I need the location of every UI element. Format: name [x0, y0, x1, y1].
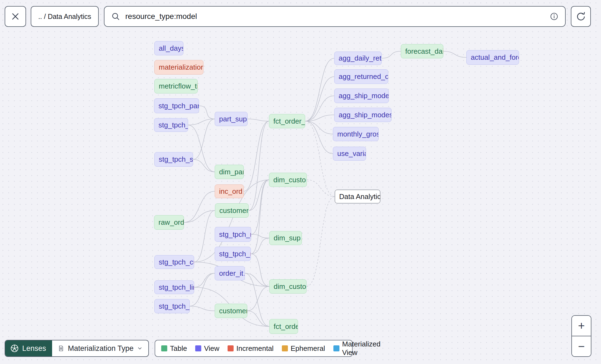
graph-node-monthly_gross[interactable]: monthly_gross…	[333, 127, 379, 141]
graph-node-dim_sup[interactable]: dim_sup…	[269, 231, 302, 245]
graph-edge-stg_tpch_n-to-dim_sup	[251, 238, 269, 254]
graph-node-fct_order_i[interactable]: fct_order_i…	[269, 114, 305, 128]
legend-item-view: View	[195, 344, 219, 353]
zoom-controls: + −	[571, 315, 591, 357]
graph-node-agg_returned_orde[interactable]: agg_returned_orde…	[334, 69, 388, 84]
graph-edge-stg_tpch_a-to-part_sup	[188, 119, 215, 125]
graph-node-stg_tpch_lin[interactable]: stg_tpch_lin…	[154, 280, 194, 294]
graph-node-dim_custo_low[interactable]: dim_custo…	[269, 279, 307, 294]
graph-edge-stg_tpch_r-to-dim_custo_up	[251, 180, 269, 234]
graph-edge-stg_tpch_lin-to-order_it	[194, 273, 215, 287]
graph-node-stg_tpch_part[interactable]: stg_tpch_part_…	[154, 98, 199, 113]
graph-edge-fct_order_i-to-agg_returned_orde	[305, 77, 334, 121]
graph-node-part_sup[interactable]: part_sup…	[215, 112, 248, 126]
graph-node-agg_ship_modes_ha[interactable]: agg_ship_modes_ha…	[334, 108, 392, 122]
graph-node-metricflow_ti[interactable]: metricflow_ti…	[154, 79, 198, 93]
legend-item-ephemeral: Ephemeral	[282, 344, 325, 353]
graph-edge-fct_order_i-to-use_varia	[305, 121, 333, 154]
graph-edge-stg_tpch_part-to-part_sup	[199, 106, 215, 119]
graph-edge-order_it-to-dim_custo_low	[245, 273, 269, 286]
legend-item-incremental: Incremental	[228, 344, 274, 353]
graph-node-order_it[interactable]: order_it…	[215, 266, 245, 280]
lenses-button-label: Lenses	[22, 344, 46, 353]
graph-node-materialization_i[interactable]: materialization_i…	[154, 60, 203, 75]
graph-node-raw_ord[interactable]: raw_ord…	[154, 215, 184, 230]
graph-node-agg_ship_modes_d[interactable]: agg_ship_modes_d…	[334, 89, 389, 103]
legend-label: Materialized View	[342, 340, 381, 357]
graph-node-stg_tpch_b[interactable]: stg_tpch_…	[154, 299, 190, 313]
close-button[interactable]	[5, 6, 26, 27]
graph-node-stg_tpch_cu[interactable]: stg_tpch_cu…	[154, 255, 194, 269]
graph-edge-customer_a-to-dim_custo_up	[249, 180, 269, 211]
graph-edge-stg_tpch_b-to-customer_b	[190, 306, 215, 311]
graph-node-customer_a[interactable]: customer…	[215, 203, 249, 218]
chevron-down-icon	[138, 346, 142, 351]
graph-edge-customer_a-to-fct_order_i	[249, 121, 269, 211]
graph-edge-raw_ord-to-customer_a	[184, 211, 215, 223]
legend-item-table: Table	[161, 344, 187, 353]
legend-label: View	[204, 344, 219, 353]
graph-edge-customer_b-to-dim_custo_low	[247, 286, 269, 311]
graph-edge-order_it-to-fct_orders	[245, 273, 269, 326]
lens-selected-label: Materialization Type	[68, 344, 134, 353]
legend-swatch	[161, 345, 167, 351]
legend-item-materialized-view: Materialized View	[333, 340, 381, 357]
graph-node-use_varia[interactable]: use_varia…	[333, 147, 366, 161]
zoom-in-button[interactable]: +	[572, 316, 591, 336]
top-toolbar: .. / Data Analytics resource_type:model	[0, 0, 601, 33]
graph-edge-fct_order_i-to-data_analytics	[305, 121, 335, 197]
graph-edge-raw_ord-to-inc_ord	[184, 191, 215, 223]
graph-edge-stg_tpch_su-to-part_sup	[193, 119, 215, 160]
graph-node-dim_custo_up[interactable]: dim_custo…	[269, 173, 307, 187]
graph-node-dim_parts[interactable]: dim_parts	[215, 165, 244, 179]
graph-edge-dim_custo_up-to-data_analytics	[307, 180, 335, 197]
graph-node-stg_tpch_n[interactable]: stg_tpch_n…	[215, 247, 251, 261]
graph-node-fct_orders[interactable]: fct_orders	[269, 319, 298, 334]
search-icon	[111, 12, 120, 21]
graph-edge-dim_custo_low-to-data_analytics	[307, 197, 335, 286]
legend: TableViewIncrementalEphemeralMaterialize…	[155, 340, 353, 357]
legend-swatch	[195, 345, 201, 351]
graph-edge-agg_daily_retur-to-forecast_daily	[382, 51, 401, 58]
graph-node-stg_tpch_a[interactable]: stg_tpch_…	[154, 118, 188, 132]
graph-edge-stg_tpch_su-to-dim_parts	[193, 160, 215, 172]
graph-edge-fct_order_i-to-agg_daily_retur	[305, 58, 334, 121]
graph-edge-forecast_daily-to-actual_and_foreca	[443, 51, 466, 58]
aperture-icon	[10, 344, 19, 353]
legend-swatch	[333, 345, 339, 351]
lenses-button[interactable]: Lenses	[5, 340, 52, 356]
refresh-icon	[576, 12, 586, 21]
graph-edge-stg_tpch_r-to-dim_sup	[251, 234, 269, 238]
graph-node-stg_tpch_su[interactable]: stg_tpch_su…	[154, 152, 193, 167]
graph-edge-stg_tpch_n-to-dim_custo_low	[251, 254, 269, 286]
search-input[interactable]: resource_type:model	[125, 12, 545, 21]
info-icon[interactable]	[550, 12, 559, 21]
graph-node-inc_ord[interactable]: inc_ord…	[215, 184, 244, 198]
document-icon	[59, 344, 63, 353]
graph-node-customer_b[interactable]: customer…	[215, 304, 247, 318]
legend-swatch	[282, 345, 288, 351]
graph-node-all_days[interactable]: all_days	[154, 41, 183, 55]
graph-edge-customer_b-to-fct_orders	[247, 311, 269, 326]
refresh-button[interactable]	[571, 6, 591, 27]
lenses-control: Lenses Materialization Type	[5, 340, 149, 357]
close-icon	[11, 12, 20, 21]
legend-swatch	[228, 345, 234, 351]
legend-label: Incremental	[236, 344, 274, 353]
breadcrumb[interactable]: .. / Data Analytics	[31, 6, 99, 27]
breadcrumb-label: .. / Data Analytics	[38, 13, 91, 21]
graph-node-stg_tpch_r[interactable]: stg_tpch_r…	[215, 227, 251, 242]
graph-node-data_analytics[interactable]: Data Analytics | …	[335, 190, 380, 203]
lens-selector[interactable]: Materialization Type	[52, 340, 148, 356]
graph-edge-part_sup-to-fct_order_i	[248, 119, 269, 121]
graph-node-forecast_daily[interactable]: forecast_daily…	[401, 44, 443, 58]
graph-node-actual_and_foreca[interactable]: actual_and_foreca…	[466, 50, 519, 65]
legend-label: Table	[170, 344, 187, 353]
graph-node-agg_daily_retur[interactable]: agg_daily_retur…	[334, 52, 382, 65]
legend-label: Ephemeral	[291, 344, 325, 353]
search-bar[interactable]: resource_type:model	[104, 6, 566, 27]
zoom-out-button[interactable]: −	[572, 336, 591, 356]
